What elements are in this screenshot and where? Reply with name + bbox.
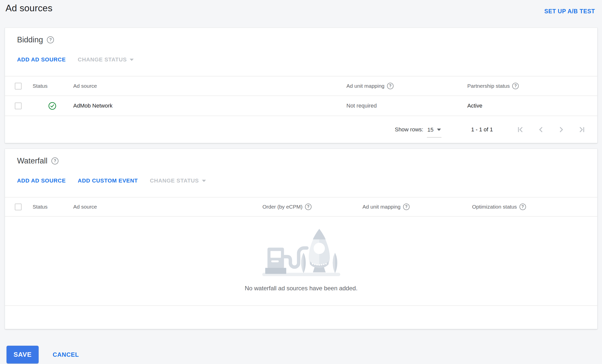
ad-unit-mapping-value: Not required (346, 103, 377, 109)
bidding-col-ad-unit-mapping: Ad unit mapping ? (346, 83, 467, 89)
select-all-checkbox[interactable] (15, 204, 22, 210)
waterfall-add-ad-source-button[interactable]: ADD AD SOURCE (17, 177, 66, 184)
help-icon[interactable]: ? (519, 204, 526, 210)
help-icon[interactable]: ? (305, 204, 312, 210)
waterfall-col-optimization-status: Optimization status ? (422, 204, 597, 210)
bidding-change-status-button: CHANGE STATUS (78, 56, 134, 63)
waterfall-footer-strip (5, 305, 597, 329)
last-page-icon[interactable] (578, 125, 586, 134)
waterfall-empty-state: No waterfall ad sources have been added. (5, 217, 597, 305)
ad-unit-mapping-label: Ad unit mapping (346, 83, 385, 89)
waterfall-col-status: Status (33, 204, 73, 210)
first-page-icon[interactable] (516, 125, 524, 134)
bidding-col-status: Status (33, 83, 73, 89)
chevron-down-icon (202, 180, 206, 182)
bidding-change-status-label: CHANGE STATUS (78, 56, 127, 63)
ad-source-name[interactable]: AdMob Network (73, 103, 346, 109)
help-icon[interactable]: ? (51, 157, 58, 164)
partnership-status-value: Active (467, 103, 597, 109)
show-rows-label: Show rows: (395, 126, 423, 133)
waterfall-change-status-button: CHANGE STATUS (150, 177, 206, 184)
rocket-fuel-pump-illustration (258, 228, 345, 277)
waterfall-card: Waterfall ? ADD AD SOURCE ADD CUSTOM EVE… (5, 149, 597, 329)
help-icon[interactable]: ? (512, 83, 519, 89)
bidding-col-ad-source: Ad source (73, 83, 346, 89)
bidding-section-title: Bidding ? (17, 35, 585, 44)
bidding-table-header: Status Ad source Ad unit mapping ? Partn… (5, 76, 597, 96)
bidding-add-ad-source-button[interactable]: ADD AD SOURCE (17, 56, 66, 63)
cancel-button[interactable]: CANCEL (53, 351, 79, 358)
optimization-status-label: Optimization status (472, 204, 517, 210)
bidding-title-text: Bidding (17, 35, 43, 44)
waterfall-col-ad-unit-mapping: Ad unit mapping ? (313, 204, 422, 210)
check-circle-icon (48, 102, 56, 110)
waterfall-section-title: Waterfall ? (17, 156, 585, 165)
waterfall-empty-message: No waterfall ad sources have been added. (5, 285, 597, 292)
table-row: AdMob Network Not required Active (5, 96, 597, 116)
previous-page-icon[interactable] (537, 125, 545, 134)
ad-unit-mapping-label: Ad unit mapping (362, 204, 401, 210)
row-checkbox[interactable] (15, 103, 22, 109)
help-icon[interactable]: ? (387, 83, 394, 89)
show-rows-select[interactable]: 15 (427, 126, 441, 138)
waterfall-title-text: Waterfall (17, 156, 47, 165)
waterfall-col-ad-source: Ad source (73, 204, 251, 210)
help-icon[interactable]: ? (403, 204, 410, 210)
setup-ab-test-button[interactable]: SET UP A/B TEST (544, 8, 595, 15)
bidding-pagination: Show rows: 15 1 - 1 of 1 (5, 116, 597, 143)
chevron-down-icon (130, 59, 134, 61)
help-icon[interactable]: ? (47, 36, 54, 43)
partnership-status-label: Partnership status (467, 83, 510, 89)
order-ecpm-label: Order (by eCPM) (262, 204, 303, 210)
waterfall-change-status-label: CHANGE STATUS (150, 177, 199, 184)
pagination-range: 1 - 1 of 1 (471, 126, 493, 133)
bidding-table: Status Ad source Ad unit mapping ? Partn… (5, 76, 597, 143)
waterfall-col-order: Order (by eCPM) ? (251, 204, 313, 210)
waterfall-add-custom-event-button[interactable]: ADD CUSTOM EVENT (78, 177, 138, 184)
select-all-checkbox[interactable] (15, 83, 22, 89)
bidding-col-partnership-status: Partnership status ? (467, 83, 597, 89)
waterfall-table-header: Status Ad source Order (by eCPM) ? Ad un… (5, 197, 597, 217)
chevron-down-icon (437, 129, 441, 131)
page-header: Ad sources SET UP A/B TEST (0, 0, 602, 28)
page-title: Ad sources (6, 3, 52, 14)
save-button[interactable]: SAVE (7, 346, 39, 363)
next-page-icon[interactable] (557, 125, 566, 134)
show-rows-value: 15 (427, 127, 433, 133)
bidding-card: Bidding ? ADD AD SOURCE CHANGE STATUS St… (5, 28, 597, 143)
page-footer: SAVE CANCEL (0, 329, 602, 363)
waterfall-table: Status Ad source Order (by eCPM) ? Ad un… (5, 197, 597, 329)
